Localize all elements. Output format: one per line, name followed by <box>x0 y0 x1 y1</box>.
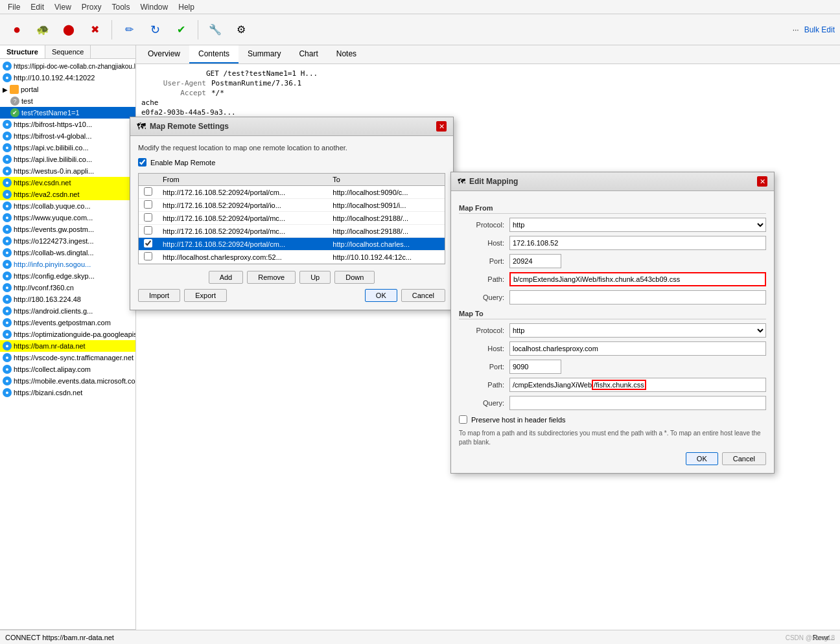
table-row[interactable]: http://172.16.108.52:20924/portal/io... … <box>139 199 445 212</box>
breakpoints-button[interactable]: ⬤ <box>57 18 80 41</box>
import-button[interactable]: Import <box>138 289 180 302</box>
to-col-header: To <box>327 174 445 186</box>
dialog-map-close-button[interactable]: ✕ <box>436 121 447 132</box>
list-item[interactable]: ● https://www.yuque.com... <box>0 212 135 224</box>
list-item[interactable]: ● https://bifrost-https-v10... <box>0 119 135 130</box>
table-row[interactable]: http://172.16.108.52:20924/portal/cm... … <box>139 186 445 199</box>
list-item[interactable]: ● http://180.163.224.48 <box>0 293 135 305</box>
pen-button[interactable]: ✏ <box>117 18 141 41</box>
list-item[interactable]: ● https://config.edge.skyp... <box>0 270 135 282</box>
to-path-display[interactable]: /cmpExtendsJiangXiWeb/fishx.chunk.css <box>509 378 766 392</box>
abort-button[interactable]: ✖ <box>83 18 106 41</box>
list-item[interactable]: ● https://collect.alipay.com <box>0 363 135 375</box>
tab-contents[interactable]: Contents <box>189 45 239 63</box>
menu-window[interactable]: Window <box>135 3 174 12</box>
menu-tools[interactable]: Tools <box>107 3 135 12</box>
list-item[interactable]: ● https://events.gw.postm... <box>0 224 135 235</box>
tab-notes[interactable]: Notes <box>327 45 366 63</box>
enable-map-remote-checkbox[interactable] <box>138 158 146 167</box>
from-host-input[interactable] <box>509 236 766 250</box>
add-mapping-button[interactable]: Add <box>209 271 244 284</box>
list-item[interactable]: ● http://vconf.f360.cn <box>0 282 135 293</box>
row-check[interactable] <box>139 251 158 264</box>
list-item[interactable]: ✔ test?testName1=1 <box>0 107 135 119</box>
table-row[interactable]: http://172.16.108.52:20924/portal/cm... … <box>139 238 445 251</box>
table-row[interactable]: http://172.16.108.52:20924/portal/mc... … <box>139 212 445 225</box>
list-item[interactable]: ● https://events.getpostman.com <box>0 317 135 328</box>
status-bar: CONNECT https://bam.nr-data.net Rewr... <box>0 630 840 644</box>
list-item[interactable]: ● https://api.vc.bilibili.co... <box>0 142 135 154</box>
menu-file[interactable]: File <box>3 3 25 12</box>
menu-help[interactable]: Help <box>173 3 200 12</box>
throttle-button[interactable]: 🐢 <box>31 18 54 41</box>
to-protocol-select[interactable]: http https <box>509 323 766 338</box>
edit-mapping-ok-button[interactable]: OK <box>686 452 718 465</box>
record-button[interactable]: ● <box>5 18 29 41</box>
enable-map-remote-row: Enable Map Remote <box>138 158 445 167</box>
help-text: To map from a path and its subdirectorie… <box>459 429 766 447</box>
map-remote-ok-button[interactable]: OK <box>365 289 397 302</box>
list-item[interactable]: ● https://optimizationguide-pa.googleapi… <box>0 328 135 340</box>
edit-mapping-close-button[interactable]: ✕ <box>757 176 767 187</box>
to-port-input[interactable] <box>509 360 561 374</box>
to-query-input[interactable] <box>509 396 766 410</box>
list-item[interactable]: ● https://android.clients.g... <box>0 305 135 317</box>
down-mapping-button[interactable]: Down <box>334 271 375 284</box>
list-item[interactable]: ? test <box>0 95 135 107</box>
settings-button[interactable]: ⚙ <box>229 18 253 41</box>
from-port-label: Port: <box>459 257 504 265</box>
remove-mapping-button[interactable]: Remove <box>247 271 296 284</box>
list-item[interactable]: ● https://collab.yuque.co... <box>0 200 135 212</box>
preserve-host-checkbox[interactable] <box>459 415 467 424</box>
from-protocol-select[interactable]: http https <box>509 218 766 232</box>
export-button[interactable]: Export <box>184 289 227 302</box>
list-item[interactable]: ● https://eva2.csdn.net <box>0 189 135 200</box>
list-item[interactable]: ● https://collab-ws.dingtal... <box>0 247 135 259</box>
list-item[interactable]: ● https://ev.csdn.net <box>0 177 135 189</box>
list-item[interactable]: ● http://info.pinyin.sogou... <box>0 259 135 270</box>
tab-chart[interactable]: Chart <box>290 45 327 63</box>
list-item[interactable]: ● https://westus-0.in.appli... <box>0 165 135 177</box>
list-item[interactable]: ● https://bifrost-v4-global... <box>0 130 135 142</box>
list-item[interactable]: ▶ portal <box>0 84 135 95</box>
tab-overview[interactable]: Overview <box>139 45 189 63</box>
menu-view[interactable]: View <box>49 3 76 12</box>
list-item[interactable]: ● https://lippi-doc-we-collab.cn-zhangji… <box>0 60 135 72</box>
from-path-display[interactable]: b/cmpExtendsJiangXiWe b/fishx.chunk.a543… <box>509 272 766 286</box>
map-to-section-label: Map To <box>459 310 766 319</box>
more-options[interactable]: ··· <box>793 25 799 34</box>
from-query-input[interactable] <box>509 290 766 305</box>
tools-button[interactable]: 🔧 <box>204 18 227 41</box>
list-item[interactable]: ● http://10.10.192.44:12022 <box>0 72 135 84</box>
up-mapping-button[interactable]: Up <box>299 271 331 284</box>
bulk-edit-button[interactable]: Bulk Edit <box>804 25 835 34</box>
edit-mapping-cancel-button[interactable]: Cancel <box>722 452 766 465</box>
table-row[interactable]: http://172.16.108.52:20924/portal/mc... … <box>139 225 445 238</box>
row-to: http://10.10.192.44:12c... <box>327 251 445 264</box>
menu-edit[interactable]: Edit <box>25 3 49 12</box>
to-path-label: Path: <box>459 381 504 389</box>
list-item[interactable]: ● https://bam.nr-data.net <box>0 340 135 352</box>
tab-sequence[interactable]: Sequence <box>45 45 91 58</box>
list-item[interactable]: ● https://mobile.events.data.microsoft.c… <box>0 375 135 387</box>
check-button[interactable]: ✔ <box>169 18 192 41</box>
tab-summary[interactable]: Summary <box>239 45 290 63</box>
menu-proxy[interactable]: Proxy <box>76 3 107 12</box>
row-check[interactable] <box>139 238 158 251</box>
from-port-input[interactable] <box>509 254 561 268</box>
refresh-button[interactable]: ↻ <box>143 18 167 41</box>
list-item[interactable]: ● https://bizani.csdn.net <box>0 387 135 398</box>
item-label: https://collect.alipay.com <box>14 365 91 373</box>
map-remote-cancel-button[interactable]: Cancel <box>401 289 445 302</box>
table-row[interactable]: http://localhost.charlesproxy.com:52... … <box>139 251 445 264</box>
tab-structure[interactable]: Structure <box>0 45 45 58</box>
to-host-input[interactable] <box>509 341 766 356</box>
import-export-row: Import Export <box>138 289 227 302</box>
list-item[interactable]: ● https://api.live.bilibili.co... <box>0 154 135 165</box>
list-item[interactable]: ● https://vscode-sync.trafficmanager.net <box>0 352 135 363</box>
row-check[interactable] <box>139 212 158 225</box>
row-check[interactable] <box>139 186 158 199</box>
row-check[interactable] <box>139 199 158 212</box>
row-check[interactable] <box>139 225 158 238</box>
list-item[interactable]: ● https://o1224273.ingest... <box>0 235 135 247</box>
